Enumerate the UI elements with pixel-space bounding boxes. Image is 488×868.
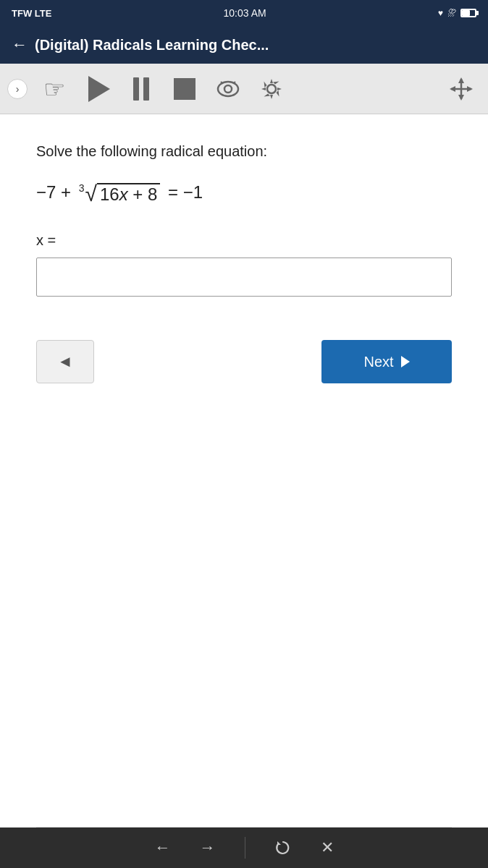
pause-icon xyxy=(133,77,149,101)
stop-icon xyxy=(174,78,195,100)
app-header: ← (Digital) Radicals Learning Chec... xyxy=(0,26,488,64)
back-arrow-icon: ◄ xyxy=(57,352,73,371)
main-content: Solve the following radical equation: −7… xyxy=(0,114,488,318)
equation-suffix: = −1 xyxy=(163,182,203,203)
back-button[interactable]: ← xyxy=(12,35,28,54)
svg-marker-11 xyxy=(277,841,281,845)
play-button[interactable] xyxy=(81,71,114,107)
equation-prefix: −7 + xyxy=(36,182,76,203)
time-text: 10:03 AM xyxy=(224,7,266,19)
equation-display: −7 + 3√16x + 8 = −1 xyxy=(36,182,452,203)
next-label: Next xyxy=(363,354,393,370)
play-icon xyxy=(88,76,110,102)
svg-point-0 xyxy=(218,82,238,96)
eye-icon xyxy=(215,76,241,102)
header-title: (Digital) Radicals Learning Chec... xyxy=(35,37,269,54)
eye-button[interactable] xyxy=(211,71,245,107)
chevron-icon: › xyxy=(16,83,20,95)
carrier-text: TFW LTE xyxy=(12,8,51,19)
move-button[interactable] xyxy=(445,71,478,107)
answer-input[interactable] xyxy=(36,258,452,297)
radical-content: 16x + 8 xyxy=(97,183,160,205)
browser-back-button[interactable]: ← xyxy=(155,838,171,857)
svg-marker-8 xyxy=(458,95,464,101)
svg-line-2 xyxy=(221,82,222,83)
svg-line-3 xyxy=(234,82,235,83)
gear-button[interactable] xyxy=(255,71,288,107)
back-nav-button[interactable]: ◄ xyxy=(36,340,94,383)
next-button[interactable]: Next xyxy=(321,340,452,383)
bottom-bar: ← → ✕ xyxy=(0,827,488,868)
next-arrow-icon xyxy=(401,356,410,367)
pause-button[interactable] xyxy=(125,71,158,107)
bottom-divider xyxy=(245,837,245,859)
nav-buttons: ◄ Next xyxy=(0,318,488,398)
browser-close-button[interactable]: ✕ xyxy=(321,838,334,857)
browser-forward-button[interactable]: → xyxy=(200,838,216,857)
radical-symbol: √ xyxy=(85,183,97,205)
stop-button[interactable] xyxy=(168,71,201,107)
hand-tool-button[interactable]: ☞ xyxy=(38,71,71,107)
heart-icon: ♥ xyxy=(438,8,443,18)
headphones-icon: ⛈ xyxy=(447,8,456,18)
refresh-icon xyxy=(274,839,292,856)
question-text: Solve the following radical equation: xyxy=(36,143,452,160)
media-toolbar: › ☞ xyxy=(0,64,488,114)
gear-icon xyxy=(258,76,285,102)
svg-point-1 xyxy=(224,85,232,93)
radical-index: 3 xyxy=(79,182,85,194)
toolbar-chevron-button[interactable]: › xyxy=(7,79,28,99)
radical-expression: 3√16x + 8 xyxy=(79,182,161,203)
battery-icon xyxy=(460,9,476,17)
svg-point-4 xyxy=(267,85,276,93)
hand-icon: ☞ xyxy=(43,75,65,103)
status-icons: ♥ ⛈ xyxy=(438,8,476,18)
svg-marker-7 xyxy=(458,77,464,83)
status-bar: TFW LTE 10:03 AM ♥ ⛈ xyxy=(0,0,488,26)
svg-marker-9 xyxy=(450,86,455,92)
x-equals-label: x = xyxy=(36,232,452,249)
svg-marker-10 xyxy=(467,86,473,92)
browser-refresh-button[interactable] xyxy=(274,839,292,856)
move-icon xyxy=(448,76,474,102)
